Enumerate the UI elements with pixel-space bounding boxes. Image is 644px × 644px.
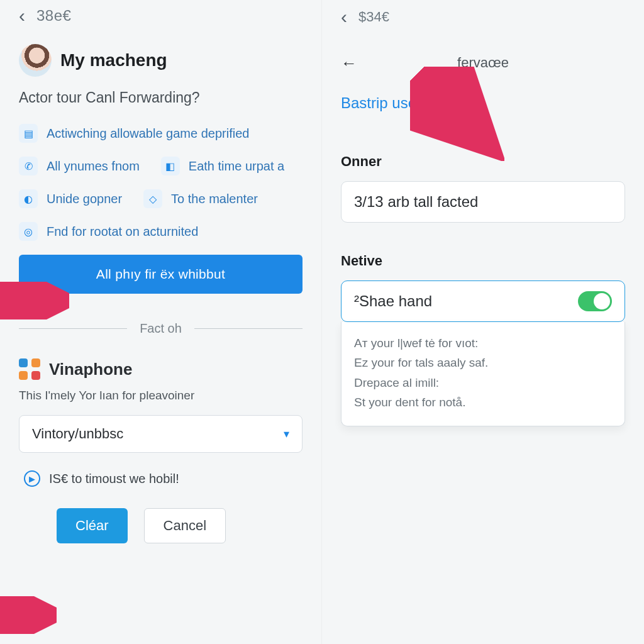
calendar-icon: ▤ — [19, 124, 38, 143]
option-row-2b[interactable]: ◧ Eath time urpat a — [161, 157, 284, 175]
dropdown-line: Drepace al imill: — [354, 373, 612, 392]
native-field[interactable]: ²Shae hand — [341, 280, 625, 322]
play-icon: ▶ — [24, 470, 40, 487]
arrow-annotation-icon — [410, 67, 504, 161]
option-row-1[interactable]: ▤ Actiwching allowable game deprified — [19, 124, 303, 143]
divider-label: Fact oh — [140, 321, 182, 336]
cancel-label: Cancel — [164, 518, 206, 534]
chevron-down-icon: ▾ — [284, 427, 289, 441]
right-amount: $34€ — [358, 9, 389, 25]
native-label: Netive — [341, 253, 625, 269]
divider: Fact oh — [19, 321, 303, 336]
page-title: fervaœe — [457, 55, 509, 71]
option-row-2a[interactable]: ✆ All ynumes fnom — [19, 157, 140, 175]
option-label: Unide gopner — [47, 192, 122, 206]
profile-name: My macheng — [60, 50, 167, 70]
profile-row: My macheng — [19, 44, 303, 77]
option-label: Eath time urpat a — [189, 159, 284, 174]
arrow-annotation-icon — [0, 596, 57, 634]
promo-row[interactable]: ▶ IS€ to timoust we hobil! — [19, 470, 303, 487]
plan-select-value: Vintory/unbbsc — [32, 426, 123, 442]
plan-select[interactable]: Vintory/unbbsc ▾ — [19, 415, 303, 453]
info-icon: ◐ — [19, 189, 38, 208]
brand-row: Vinaphone — [19, 358, 303, 380]
right-header: ← fervaœe — [341, 50, 625, 75]
option-row-3b[interactable]: ◇ To the malenter — [143, 189, 258, 208]
header-link[interactable]: Bastrip useêt writaby — [341, 94, 625, 112]
avatar[interactable] — [19, 44, 52, 77]
sync-icon: ◇ — [143, 189, 162, 208]
target-icon: ◎ — [19, 222, 38, 241]
promo-text: IS€ to timoust we hobil! — [49, 472, 179, 486]
primary-cta-button[interactable]: All phıy fir ëx whibbut — [19, 255, 303, 294]
option-label: To the malenter — [171, 192, 258, 206]
back-arrow-icon[interactable]: ← — [341, 53, 357, 73]
clear-label: Cléar — [75, 518, 109, 534]
phone-icon: ✆ — [19, 157, 38, 175]
right-top-row: ‹ $34€ — [341, 6, 625, 28]
owner-field[interactable]: 3/13 arb tall facted — [341, 181, 625, 223]
back-chevron-icon[interactable]: ‹ — [19, 6, 25, 25]
option-row-3a[interactable]: ◐ Unide gopner — [19, 189, 122, 208]
cancel-button[interactable]: Cancel — [144, 508, 226, 543]
primary-cta-label: All phıy fir ëx whibbut — [96, 267, 225, 282]
native-dropdown[interactable]: Aт your l|wef tė for vıot: Ez your for t… — [341, 322, 625, 426]
dropdown-line: Aт your l|wef tė for vıot: — [354, 333, 612, 353]
owner-value: 3/13 arb tall facted — [354, 193, 478, 211]
clear-button[interactable]: Cléar — [57, 508, 128, 543]
option-row-4[interactable]: ◎ Fnd for rootat on acturnited — [19, 222, 303, 241]
divider-line — [19, 328, 127, 329]
brand-logo-icon — [19, 358, 40, 380]
dropdown-line: St your dent for notå. — [354, 392, 612, 412]
brand-name: Vinaphone — [49, 360, 132, 379]
left-pane: ‹ 38e€ My macheng Actor tour Canl Forwar… — [0, 0, 322, 644]
right-pane: ‹ $34€ ← fervaœe Bastrip useêt writaby O… — [322, 0, 644, 644]
native-toggle[interactable] — [578, 291, 612, 311]
options-grid: ▤ Actiwching allowable game deprified ✆ … — [19, 124, 303, 241]
action-row: Cléar Cancel — [19, 508, 303, 543]
option-label: Actiwching allowable game deprified — [47, 126, 249, 141]
native-value: ²Shae hand — [354, 292, 432, 310]
question-text: Actor tour Canl Forwarding? — [19, 89, 303, 106]
divider-line — [194, 328, 303, 329]
option-label: Fnd for rootat on acturnited — [47, 225, 198, 239]
left-top-row: ‹ 38e€ — [19, 6, 303, 25]
brand-subtext: This I'mely Yor lıan for pleavoiner — [19, 389, 303, 402]
clock-icon: ◧ — [161, 157, 180, 175]
back-chevron-icon[interactable]: ‹ — [341, 6, 347, 28]
left-amount: 38e€ — [36, 7, 71, 25]
option-label: All ynumes fnom — [47, 159, 140, 174]
owner-label: Onner — [341, 153, 625, 170]
dropdown-line: Ez your for tals aaaly saf. — [354, 353, 612, 372]
